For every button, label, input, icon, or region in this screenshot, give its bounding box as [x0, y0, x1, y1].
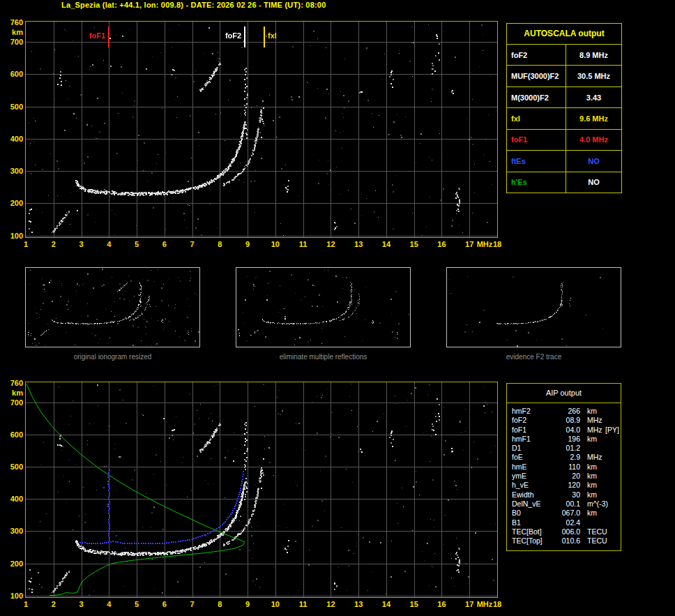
- aip-value: 00.1: [554, 499, 580, 509]
- y-tick-label: 600: [4, 430, 23, 439]
- y-axis-unit-top: km: [4, 28, 23, 36]
- aip-param: D1: [512, 444, 554, 453]
- fof2-marker-line: [244, 27, 245, 47]
- autoscala-rows: foF28.9 MHzMUF(3000)F230.5 MHzM(3000)F23…: [507, 44, 621, 193]
- aip-param: hmE: [512, 463, 554, 472]
- autoscala-param-value: 3.43: [566, 87, 621, 107]
- x-tick-label: 4: [100, 240, 117, 248]
- aip-param: foF1: [512, 426, 554, 435]
- aip-note: [605, 407, 618, 416]
- x-tick-label: 13: [350, 600, 367, 608]
- aip-note: [605, 518, 618, 527]
- aip-row: hmF1196km: [512, 435, 618, 444]
- aip-value: 02.4: [554, 518, 580, 527]
- aip-param: Ewidth: [512, 490, 554, 499]
- aip-unit: km: [580, 435, 605, 444]
- y-tick-label: 600: [4, 70, 23, 78]
- ionogram-top-canvas: [26, 22, 497, 237]
- aip-note: [605, 509, 618, 518]
- aip-value: 110: [554, 463, 580, 472]
- y-tick-label: 100: [4, 592, 23, 600]
- x-tick-label: 7: [184, 240, 201, 248]
- ionogram-bottom-canvas: [26, 382, 497, 597]
- x-tick-label: 18: [489, 240, 506, 248]
- aip-row: h_vE120km: [512, 481, 618, 490]
- thumbnail-no-multiples-canvas: [236, 268, 410, 347]
- aip-unit: km: [580, 463, 605, 472]
- autoscala-row: foF14.0 MHz: [507, 129, 621, 150]
- y-axis-unit-bottom: km: [4, 389, 23, 397]
- aip-value: 067.0: [554, 509, 580, 518]
- aip-note: [605, 527, 618, 536]
- aip-note: [605, 453, 618, 462]
- autoscala-window: La_Spezia (lat: +44.1, lon: 009.8) - DAT…: [0, 0, 675, 616]
- aip-note: [605, 499, 618, 509]
- aip-row: TEC[Bot]006.0TECU: [512, 527, 618, 536]
- thumbnail-no-multiples: [236, 267, 411, 347]
- aip-row: B0067.0km: [512, 509, 618, 518]
- aip-param: DelN_vE: [512, 499, 554, 509]
- x-tick-label: 2: [45, 240, 62, 248]
- aip-row: foF208.9MHz: [512, 416, 618, 425]
- fof1-marker-line: [108, 27, 109, 47]
- autoscala-param-label: foF2: [507, 45, 566, 65]
- x-tick-label: 14: [378, 600, 395, 608]
- aip-row: hmE110km: [512, 463, 618, 472]
- aip-unit: km: [580, 472, 605, 481]
- aip-unit: MHz: [580, 416, 605, 425]
- autoscala-row: h'EsNO: [507, 172, 621, 193]
- x-tick-label: 15: [406, 600, 423, 608]
- autoscala-row: MUF(3000)F230.5 MHz: [507, 65, 621, 86]
- station-title: La_Spezia (lat: +44.1, lon: 009.8) - DAT…: [61, 1, 326, 9]
- aip-unit: TECU: [580, 527, 605, 536]
- autoscala-param-value: 4.0 MHz: [566, 130, 621, 150]
- autoscala-param-label: fxI: [507, 108, 566, 128]
- x-tick-label: 18: [489, 600, 506, 608]
- aip-value: 006.0: [554, 527, 580, 536]
- aip-param: TEC[Top]: [512, 536, 554, 546]
- aip-value: 2.9: [554, 453, 580, 462]
- aip-row: hmF2266km: [512, 407, 618, 416]
- autoscala-param-label: ftEs: [507, 151, 566, 171]
- aip-note: [605, 416, 618, 425]
- x-tick-label: 12: [322, 600, 339, 608]
- x-tick-label: 8: [211, 240, 228, 248]
- x-tick-label: 1: [17, 600, 34, 608]
- aip-value: 196: [554, 435, 580, 444]
- autoscala-param-label: M(3000)F2: [507, 87, 566, 107]
- autoscala-row: ftEsNO: [507, 150, 621, 171]
- aip-note: [605, 490, 618, 499]
- aip-unit: MHz: [580, 426, 605, 435]
- y-tick-label: 700: [4, 398, 23, 407]
- aip-param: hmF2: [512, 407, 554, 416]
- y-tick-label: 400: [4, 495, 23, 503]
- aip-value: 20: [554, 472, 580, 481]
- aip-row: DelN_vE00.1m^(-3): [512, 499, 618, 509]
- x-tick-label: 3: [73, 600, 90, 608]
- x-tick-label: 1: [17, 240, 34, 248]
- autoscala-param-label: h'Es: [507, 172, 566, 193]
- y-tick-label: 500: [4, 463, 23, 471]
- y-tick-label: 200: [4, 199, 23, 207]
- aip-unit: m^(-3): [580, 499, 605, 509]
- fof1-marker-label: foF1: [68, 31, 105, 40]
- autoscala-param-value: 30.5 MHz: [566, 66, 621, 86]
- y-tick-label: 500: [4, 103, 23, 111]
- y-tick-label: 700: [4, 38, 23, 46]
- x-tick-label: 9: [239, 600, 256, 608]
- aip-row: B102.4: [512, 518, 618, 527]
- y-tick-label: 760: [4, 18, 23, 27]
- y-tick-label: 200: [4, 559, 23, 568]
- x-tick-label: 10: [267, 600, 284, 608]
- aip-unit: [580, 518, 605, 527]
- x-tick-label: 10: [267, 240, 284, 248]
- x-tick-label: 3: [73, 240, 90, 248]
- autoscala-param-value: 9.6 MHz: [566, 108, 621, 128]
- aip-unit: TECU: [580, 536, 605, 546]
- y-tick-label: 100: [4, 232, 23, 240]
- fxi-marker-line: [264, 27, 265, 47]
- x-tick-label: 17: [461, 600, 478, 608]
- aip-output-panel: AIP output hmF2266kmfoF208.9MHzfoF104.0M…: [506, 383, 621, 551]
- aip-note: [605, 536, 618, 546]
- aip-param: foE: [512, 453, 554, 462]
